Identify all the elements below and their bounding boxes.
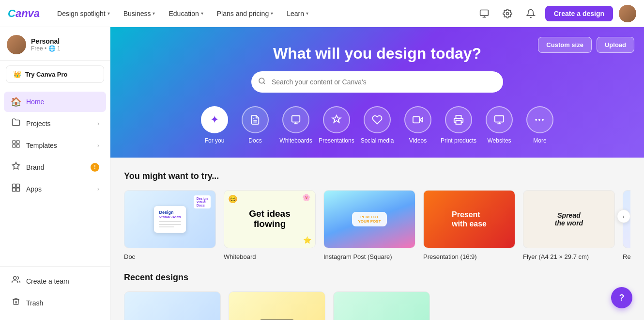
nav-education[interactable]: Education ▾ [163,7,209,20]
chevron-down-icon: ▾ [306,11,308,16]
sidebar-nav: 🏠 Home Projects › Templates › [0,88,110,266]
custom-size-button[interactable]: Custom size [538,37,592,53]
monitor-icon-btn[interactable] [475,5,493,22]
category-whiteboards[interactable]: Whiteboards [277,106,314,144]
notification-icon-btn[interactable] [522,5,539,22]
sidebar-plan: Free • 🌐 1 [31,45,61,52]
apps-icon [11,183,21,194]
brand-icon [11,161,21,173]
svg-point-14 [259,78,264,83]
help-button[interactable]: ? [611,287,632,308]
card-instagram-thumb: PERFECT YOUR POST [323,190,415,248]
recent-card-2[interactable]: VIEW ONLY [229,291,325,320]
chevron-right-icon: › [97,120,99,127]
sparkle-icon: ✦ [210,113,219,126]
search-input[interactable] [251,71,503,93]
sidebar-item-create-team[interactable]: Create a team [4,271,106,291]
card-whiteboard-thumb: 😊 🌸 Get ideas flowing ⭐ [224,190,316,248]
chevron-right-icon: › [97,186,99,192]
category-for-you[interactable]: ✦ For you [196,106,233,144]
chevron-down-icon: ▾ [201,11,203,16]
sidebar-avatar [7,35,26,54]
recent-card-3[interactable] [333,291,430,320]
search-wrap [251,71,503,93]
category-social-media[interactable]: Social media [359,106,396,144]
svg-point-3 [506,12,508,15]
svg-rect-9 [13,184,16,188]
avatar[interactable] [619,5,636,22]
brand-badge: ! [91,163,99,172]
sidebar-user: Personal Free • 🌐 1 [0,27,110,61]
smiley-icon: 😊 [228,194,238,204]
nav-plans-pricing[interactable]: Plans and pricing ▾ [211,7,279,20]
card-instagram-label: Instagram Post (Square) [323,253,392,260]
card-presentation-label: Presentation (16:9) [423,253,477,260]
nav-links: Design spotlight ▾ Business ▾ Education … [51,7,475,20]
nav-learn[interactable]: Learn ▾ [281,7,314,20]
card-resume[interactable]: Resume [623,190,630,261]
flower-icon: 🌸 [302,193,310,201]
sidebar-bottom: Create a team Trash [0,266,110,320]
svg-marker-19 [420,117,423,122]
card-flyer[interactable]: Spreadthe word Flyer (A4 21 × 29.7 cm) [523,190,615,261]
card-flyer-thumb: Spreadthe word [523,190,615,248]
category-docs[interactable]: Docs [237,106,274,144]
logo[interactable]: Canva [8,7,40,20]
category-videos[interactable]: Videos [399,106,436,144]
svg-point-13 [14,276,16,279]
svg-rect-22 [495,116,504,122]
svg-rect-5 [17,141,19,143]
category-presentations[interactable]: Presentations [318,106,355,144]
sidebar-username: Personal [31,37,61,45]
sidebar: Personal Free • 🌐 1 👑 Try Canva Pro 🏠 Ho… [0,27,110,320]
card-presentation[interactable]: Presentwith ease Presentation (16:9) [423,190,515,261]
card-doc-label: Doc [124,253,135,260]
docs-icon-wrap [242,106,269,133]
card-instagram[interactable]: PERFECT YOUR POST Instagram Post (Square… [323,190,415,261]
search-icon [258,77,266,87]
card-doc-thumb: Design Visual Docs DesignVisualDocs [124,190,216,248]
svg-rect-7 [13,145,15,147]
sidebar-item-projects[interactable]: Projects › [4,113,106,134]
svg-rect-6 [17,145,19,147]
topnav: Canva Design spotlight ▾ Business ▾ Educ… [0,0,644,27]
sidebar-item-home[interactable]: 🏠 Home [4,92,106,112]
presentations-icon-wrap [323,106,350,133]
chevron-down-icon: ▾ [271,11,273,16]
star-icon: ⭐ [303,236,311,244]
svg-rect-20 [413,117,420,123]
upload-button[interactable]: Upload [597,37,634,53]
folder-icon [11,118,21,129]
recent-card-1[interactable] [124,291,221,320]
sidebar-item-trash[interactable]: Trash [4,292,106,313]
card-whiteboard[interactable]: 😊 🌸 Get ideas flowing ⭐ Whiteboard [224,190,316,261]
category-print-products[interactable]: Print products [440,106,477,144]
svg-rect-18 [292,116,300,122]
print-products-icon-wrap [445,106,472,133]
ellipsis-icon: ••• [535,116,545,124]
card-doc[interactable]: Design Visual Docs DesignVisualDocs Doc [124,190,216,261]
hero-actions: Custom size Upload [538,37,634,53]
sidebar-item-brand[interactable]: Brand ! [4,157,106,177]
hero-banner: Custom size Upload What will you design … [110,27,644,158]
svg-rect-4 [13,141,15,143]
try-section: You might want to try... Design Visual D… [110,158,644,263]
sidebar-item-apps[interactable]: Apps › [4,178,106,199]
app-layout: Personal Free • 🌐 1 👑 Try Canva Pro 🏠 Ho… [0,27,644,320]
nav-design-spotlight[interactable]: Design spotlight ▾ [51,7,116,20]
for-you-icon-wrap: ✦ [201,106,228,133]
nav-business[interactable]: Business ▾ [118,7,161,20]
cards-next-button[interactable]: › [617,209,630,223]
settings-icon-btn[interactable] [499,5,516,22]
svg-rect-0 [480,10,488,16]
home-icon: 🏠 [11,96,21,107]
recent-section: Recent designs VIEW ONLY [110,263,644,320]
sidebar-item-templates[interactable]: Templates › [4,135,106,156]
try-canva-pro-button[interactable]: 👑 Try Canva Pro [6,65,104,83]
whiteboards-icon-wrap [282,106,309,133]
create-design-button[interactable]: Create a design [545,6,613,21]
card-presentation-thumb: Presentwith ease [423,190,515,248]
category-more[interactable]: ••• More [521,106,558,144]
card-flyer-label: Flyer (A4 21 × 29.7 cm) [523,253,589,260]
category-websites[interactable]: Websites [481,106,518,144]
